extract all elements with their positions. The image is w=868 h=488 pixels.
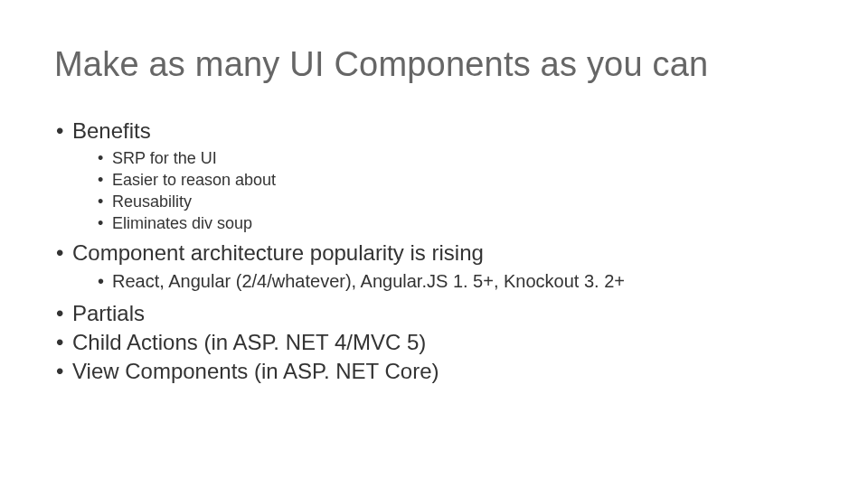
popularity-item-0: React, Angular (2/4/whatever), Angular.J… (98, 271, 814, 292)
bullet-benefits-label: Benefits (72, 118, 151, 143)
benefit-item-2: Reusability (98, 192, 814, 211)
bullet-partials: Partials (54, 301, 814, 326)
bullet-benefits: Benefits SRP for the UI Easier to reason… (54, 118, 814, 233)
bullet-list: Benefits SRP for the UI Easier to reason… (54, 118, 814, 384)
bullet-view-components: View Components (in ASP. NET Core) (54, 359, 814, 384)
popularity-sublist: React, Angular (2/4/whatever), Angular.J… (72, 271, 814, 292)
bullet-popularity: Component architecture popularity is ris… (54, 240, 814, 292)
slide-title: Make as many UI Components as you can (54, 45, 814, 84)
benefit-item-0: SRP for the UI (98, 149, 814, 168)
benefit-item-3: Eliminates div soup (98, 214, 814, 233)
bullet-child-actions: Child Actions (in ASP. NET 4/MVC 5) (54, 330, 814, 355)
bullet-popularity-label: Component architecture popularity is ris… (72, 240, 484, 265)
benefits-sublist: SRP for the UI Easier to reason about Re… (72, 149, 814, 233)
benefit-item-1: Easier to reason about (98, 171, 814, 190)
